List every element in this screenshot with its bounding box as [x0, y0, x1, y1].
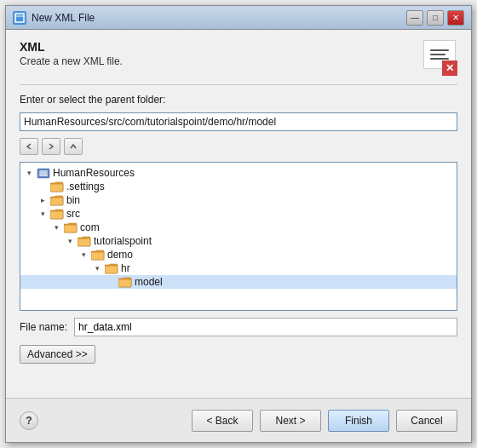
tree-item-bin[interactable]: ▸ bin [20, 193, 457, 207]
tree-label: bin [66, 194, 80, 206]
tree-item-settings[interactable]: .settings [20, 180, 457, 193]
tree-label: hr [121, 262, 130, 274]
header-subtitle: Create a new XML file. [20, 55, 415, 67]
bottom-bar: ? < Back Next > Finish Cancel [6, 398, 471, 442]
titlebar: New XML File — □ ✕ [6, 6, 471, 30]
minimize-button[interactable]: — [406, 10, 423, 26]
tree-label: tutorialspoint [94, 235, 152, 247]
window-controls: — □ ✕ [406, 10, 464, 26]
header-title: XML [20, 40, 415, 54]
tree-item-tutorialspoint[interactable]: ▾ tutorialspoint [20, 234, 457, 248]
tree-toolbar [20, 138, 457, 155]
window-title: New XML File [32, 12, 406, 24]
header-text: XML Create a new XML file. [20, 40, 415, 67]
icon-line [430, 54, 445, 55]
filename-row: File name: [20, 318, 457, 336]
main-window: New XML File — □ ✕ XML Create a new XML … [5, 5, 472, 443]
tree-toggle: ▸ [37, 195, 48, 205]
tree-item-com[interactable]: ▾ com [20, 221, 457, 234]
finish-button[interactable]: Finish [328, 410, 389, 432]
forward-button[interactable] [42, 138, 60, 155]
next-nav-button[interactable]: Next > [260, 410, 321, 432]
tree-label: model [135, 276, 163, 288]
folder-tree[interactable]: ▾ HumanResources .settings ▸ bin ▾ src ▾ [20, 162, 457, 311]
folder-icon [50, 209, 64, 220]
header-icon: ✕ [422, 40, 457, 76]
nav-buttons: < Back Next > Finish Cancel [192, 410, 457, 432]
tree-label: com [80, 221, 100, 233]
tree-toggle: ▾ [24, 168, 34, 178]
tree-toggle: ▾ [92, 263, 102, 273]
header-divider [20, 84, 457, 85]
up-button[interactable] [64, 138, 83, 155]
filename-label: File name: [20, 321, 67, 333]
folder-icon [91, 250, 105, 261]
tree-item-humanresources[interactable]: ▾ HumanResources [20, 166, 457, 180]
icon-line [430, 58, 449, 60]
tree-label: .settings [66, 181, 105, 192]
help-button[interactable]: ? [20, 411, 38, 430]
folder-icon [64, 222, 78, 233]
maximize-button[interactable]: □ [427, 10, 444, 26]
folder-icon [37, 168, 50, 179]
tree-toggle: ▾ [37, 209, 48, 219]
folder-icon [50, 195, 64, 206]
folder-icon [50, 181, 64, 192]
tree-label: HumanResources [53, 167, 135, 179]
tree-label: demo [107, 249, 133, 261]
filename-input[interactable] [74, 318, 457, 336]
back-button[interactable] [20, 138, 38, 155]
tree-toggle: ▾ [65, 236, 75, 246]
dialog-content: XML Create a new XML file. ✕ Enter or se… [6, 30, 471, 398]
back-nav-button[interactable]: < Back [192, 410, 253, 432]
folder-icon [118, 277, 132, 288]
xml-overlay-icon: ✕ [442, 60, 457, 76]
svg-rect-3 [39, 170, 48, 176]
cancel-button[interactable]: Cancel [396, 410, 457, 432]
tree-item-hr[interactable]: ▾ hr [20, 261, 457, 275]
close-button[interactable]: ✕ [447, 10, 464, 26]
spacer [20, 370, 457, 388]
tree-toggle: ▾ [78, 250, 89, 260]
header-section: XML Create a new XML file. ✕ [20, 40, 457, 76]
tree-toggle: ▾ [51, 222, 61, 233]
tree-item-demo[interactable]: ▾ demo [20, 248, 457, 261]
advanced-button[interactable]: Advanced >> [20, 345, 95, 364]
icon-line [430, 49, 449, 51]
tree-item-model[interactable]: model [20, 275, 457, 289]
window-icon [13, 11, 26, 25]
tree-label: src [66, 208, 80, 220]
svg-rect-0 [15, 14, 24, 22]
tree-item-src[interactable]: ▾ src [20, 207, 457, 221]
folder-icon [105, 263, 118, 274]
folder-icon [78, 236, 91, 247]
folder-path-input[interactable] [20, 112, 457, 131]
folder-label: Enter or select the parent folder: [20, 94, 457, 106]
